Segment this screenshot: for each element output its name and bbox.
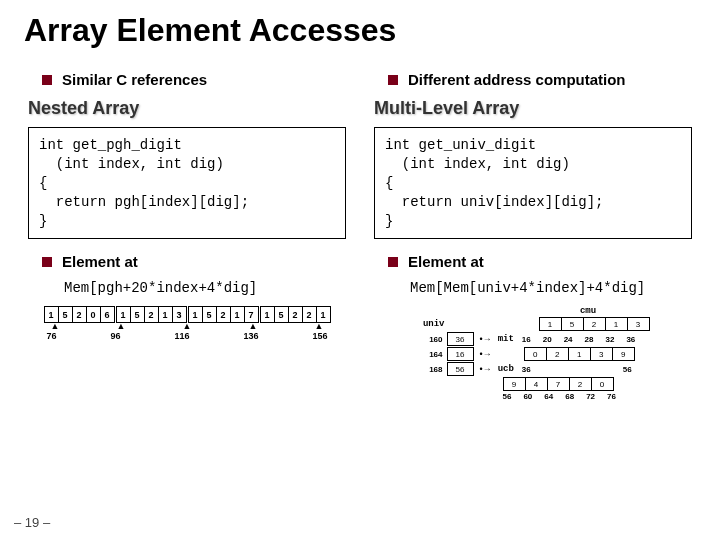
square-bullet-icon	[42, 75, 52, 85]
fig-left-cell: 2	[144, 307, 158, 323]
arrow-icon: •→	[480, 350, 492, 359]
addr: 64	[544, 392, 553, 401]
addr: 72	[586, 392, 595, 401]
tick: 136	[243, 331, 258, 341]
two-column-layout: Similar C references Nested Array int ge…	[24, 67, 696, 402]
fig-right-cell: 2	[546, 348, 568, 361]
tick: 156	[312, 331, 327, 341]
addr: 56	[623, 365, 632, 374]
square-bullet-icon	[388, 257, 398, 267]
fig-left-cell: 6	[100, 307, 114, 323]
fig-left-cell: 1	[260, 307, 274, 323]
ptr-cell: 36	[447, 332, 474, 346]
tick: 116	[174, 331, 189, 341]
addr: 16	[522, 335, 531, 344]
fig-right-cell: 1	[568, 348, 590, 361]
bullet-similar-c: Similar C references	[42, 71, 350, 88]
ptr-addr: 160	[417, 335, 443, 344]
addr: 36	[522, 365, 531, 374]
fig-right-cell: 0	[591, 378, 613, 391]
fig-left-cell: 5	[202, 307, 216, 323]
square-bullet-icon	[388, 75, 398, 85]
fig-left-cell: 5	[58, 307, 72, 323]
fig-left-cell: 0	[86, 307, 100, 323]
arrow-icon: •→	[480, 365, 492, 374]
fig-left-cell: 2	[216, 307, 230, 323]
fig-left-cell: 5	[274, 307, 288, 323]
fig-left-cell: 2	[72, 307, 86, 323]
fig-left-cell: 1	[230, 307, 244, 323]
tick: 96	[110, 331, 120, 341]
ptr-cell: 16	[447, 347, 474, 361]
fig-right-cell: 7	[547, 378, 569, 391]
bullet-element-at-left: Element at	[42, 253, 350, 270]
addr: 24	[564, 335, 573, 344]
fig-right-cell: 3	[590, 348, 612, 361]
fig-left: 15206152131521715221 ▲▲▲▲▲ 76 96 116 136…	[44, 306, 331, 341]
fig-left-arrows: ▲▲▲▲▲	[44, 323, 331, 329]
addr: 36	[626, 335, 635, 344]
fig-right-cell: 2	[569, 378, 591, 391]
left-column: Similar C references Nested Array int ge…	[24, 67, 350, 402]
fig-right-cell: 1	[605, 318, 627, 331]
addr: 56	[503, 392, 512, 401]
mem-expr-right: Mem[Mem[univ+4*index]+4*dig]	[410, 280, 696, 296]
tick: 76	[47, 331, 57, 341]
vals-row-1: 02139	[524, 347, 635, 361]
label-ucb: ucb	[498, 364, 514, 374]
ptr-addr: 164	[417, 350, 443, 359]
label-univ: univ	[423, 319, 445, 329]
ptr-cell: 56	[447, 362, 474, 376]
figure-nested-array: 15206152131521715221 ▲▲▲▲▲ 76 96 116 136…	[24, 306, 350, 341]
fig-left-cell: 2	[302, 307, 316, 323]
vals-row-0: 15213	[539, 317, 650, 331]
label-mit: mit	[498, 334, 514, 344]
addr: 60	[523, 392, 532, 401]
page-title: Array Element Accesses	[24, 12, 696, 49]
addr: 32	[605, 335, 614, 344]
subhead-nested-array: Nested Array	[28, 98, 350, 119]
fig-right-cell: 5	[561, 318, 583, 331]
square-bullet-icon	[42, 257, 52, 267]
subhead-multilevel-array: Multi-Level Array	[374, 98, 696, 119]
fig-left-ticks: 76 96 116 136 156	[44, 331, 331, 341]
mem-expr-left: Mem[pgh+20*index+4*dig]	[64, 280, 350, 296]
right-column: Different address computation Multi-Leve…	[370, 67, 696, 402]
code-get-pgh-digit: int get_pgh_digit (int index, int dig) {…	[28, 127, 346, 239]
page-number: – 19 –	[14, 515, 50, 530]
fig-right-cell: 1	[539, 318, 561, 331]
fig-right-cell: 0	[524, 348, 546, 361]
bullet-different-addr: Different address computation	[388, 71, 696, 88]
fig-right-cell: 9	[503, 378, 525, 391]
bullet-text: Element at	[62, 253, 138, 270]
bullet-element-at-right: Element at	[388, 253, 696, 270]
bullet-text: Similar C references	[62, 71, 207, 88]
fig-left-cell: 1	[158, 307, 172, 323]
label-cmu: cmu	[580, 306, 596, 316]
addr: 68	[565, 392, 574, 401]
figure-multilevel-array: cmu univ 15213 160 36 •→	[370, 306, 696, 402]
code-get-univ-digit: int get_univ_digit (int index, int dig) …	[374, 127, 692, 239]
fig-left-cell: 5	[130, 307, 144, 323]
ptr-addr: 168	[417, 365, 443, 374]
fig-right-cell: 9	[612, 348, 634, 361]
arrow-icon: •→	[480, 335, 492, 344]
fig-right-cell: 3	[627, 318, 649, 331]
bullet-text: Different address computation	[408, 71, 626, 88]
fig-left-cell: 2	[288, 307, 302, 323]
fig-right: cmu univ 15213 160 36 •→	[417, 306, 650, 402]
fig-right-cell: 2	[583, 318, 605, 331]
fig-right-cell: 4	[525, 378, 547, 391]
addr: 28	[585, 335, 594, 344]
bullet-text: Element at	[408, 253, 484, 270]
addr: 76	[607, 392, 616, 401]
vals-row-2: 94720	[503, 377, 614, 391]
addr: 20	[543, 335, 552, 344]
